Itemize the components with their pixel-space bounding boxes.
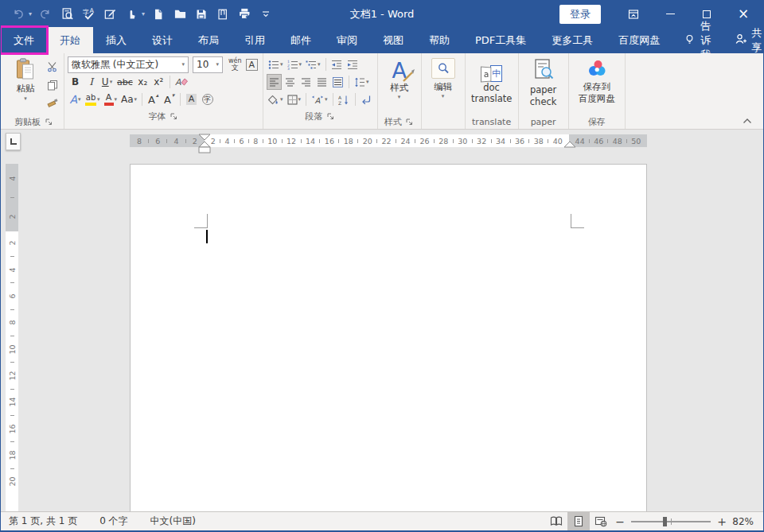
- tab-layout[interactable]: 布局: [185, 27, 232, 53]
- italic-button[interactable]: I: [84, 74, 99, 90]
- numbering-icon[interactable]: 123▾: [286, 56, 304, 72]
- page-info[interactable]: 第 1 页, 共 1 页: [9, 515, 77, 528]
- bullets-icon[interactable]: ▾: [267, 56, 285, 72]
- touch-mode-icon[interactable]: [123, 6, 139, 23]
- align-left-icon[interactable]: [267, 74, 282, 90]
- share-button[interactable]: 共享: [722, 27, 764, 53]
- tab-tell-me[interactable]: 告诉我: [672, 27, 722, 53]
- collapse-ribbon-icon[interactable]: [741, 116, 754, 126]
- increase-indent-icon[interactable]: [345, 56, 361, 72]
- login-button[interactable]: 登录: [559, 5, 601, 24]
- bold-button[interactable]: B: [68, 74, 83, 90]
- customize-toolbar-icon[interactable]: [258, 6, 274, 23]
- quick-print-icon[interactable]: [236, 6, 252, 23]
- align-center-icon[interactable]: [283, 74, 298, 90]
- right-indent-marker[interactable]: [563, 141, 578, 149]
- close-button[interactable]: ×: [731, 4, 755, 25]
- zoom-slider[interactable]: [631, 521, 711, 522]
- print-preview-icon[interactable]: [59, 6, 75, 23]
- format-painter-icon[interactable]: [45, 96, 60, 112]
- phonetic-guide-icon[interactable]: wén文: [227, 56, 244, 72]
- font-color-icon[interactable]: A▾: [103, 91, 119, 107]
- text-effects-icon[interactable]: A▾: [68, 91, 83, 107]
- clear-formatting-icon[interactable]: A: [173, 74, 189, 90]
- tab-baidu-pan[interactable]: 百度网盘: [606, 27, 672, 53]
- tab-home[interactable]: 开始: [47, 27, 93, 53]
- undo-icon[interactable]: [10, 6, 26, 23]
- tab-view[interactable]: 视图: [370, 27, 416, 53]
- superscript-button[interactable]: x²: [151, 74, 166, 90]
- underline-button[interactable]: U▾: [99, 74, 115, 90]
- paste-button[interactable]: 粘贴 ▾: [7, 56, 44, 115]
- borders-icon[interactable]: ▾: [286, 91, 303, 107]
- language-indicator[interactable]: 中文(中国): [150, 515, 196, 528]
- copy-icon[interactable]: [45, 77, 60, 93]
- zoom-in-button[interactable]: +: [714, 515, 730, 528]
- tab-insert[interactable]: 插入: [93, 27, 139, 53]
- save-icon[interactable]: [193, 6, 209, 23]
- vertical-ruler[interactable]: 42 2468101214161820: [6, 164, 18, 511]
- distribute-icon[interactable]: [330, 74, 345, 90]
- tab-pdf-tools[interactable]: PDF工具集: [462, 27, 539, 53]
- spelling-check-icon[interactable]: 字A: [80, 6, 96, 23]
- touch-mode-caret-icon[interactable]: ▾: [142, 10, 145, 17]
- font-size-combo[interactable]: 10▾: [193, 56, 223, 73]
- print-layout-icon[interactable]: [567, 512, 590, 530]
- zoom-slider-thumb[interactable]: [663, 517, 667, 526]
- tab-review[interactable]: 审阅: [324, 27, 370, 53]
- tab-more-tools[interactable]: 更多工具: [539, 27, 606, 53]
- paragraph-dialog-launcher-icon[interactable]: [325, 112, 335, 122]
- align-right-icon[interactable]: [298, 74, 314, 90]
- shrink-font-icon[interactable]: A▾: [162, 91, 177, 107]
- line-spacing-icon[interactable]: ▾: [353, 74, 371, 90]
- doc-translate-button[interactable]: a中 doc translate: [469, 56, 515, 115]
- tab-references[interactable]: 引用: [232, 27, 278, 53]
- tab-mailings[interactable]: 邮件: [278, 27, 324, 53]
- justify-icon[interactable]: [314, 74, 329, 90]
- font-name-combo[interactable]: 微软雅黑 (中文正文)▾: [68, 56, 189, 73]
- web-layout-icon[interactable]: [590, 512, 612, 530]
- font-dialog-launcher-icon[interactable]: [170, 112, 179, 122]
- strikethrough-button[interactable]: abc: [115, 74, 134, 90]
- redo-icon[interactable]: [37, 6, 53, 23]
- tab-help[interactable]: 帮助: [416, 27, 462, 53]
- styles-dialog-launcher-icon[interactable]: [405, 118, 415, 127]
- cut-icon[interactable]: [45, 59, 60, 75]
- sort-icon[interactable]: AZ: [337, 91, 352, 107]
- minimize-button[interactable]: [658, 4, 682, 25]
- character-border-icon[interactable]: A: [244, 56, 260, 72]
- svg-text:A: A: [338, 95, 342, 100]
- paper-check-button[interactable]: paper check: [522, 56, 565, 115]
- show-hide-marks-icon[interactable]: [359, 91, 374, 107]
- styles-button[interactable]: A 样式 ▾: [381, 56, 418, 115]
- baidu-save-button[interactable]: 保存到 百度网盘: [572, 56, 622, 115]
- tab-stop-selector[interactable]: [6, 133, 21, 150]
- clipboard-dialog-launcher-icon[interactable]: [44, 118, 53, 127]
- word-count[interactable]: 0 个字: [99, 515, 127, 528]
- grow-font-icon[interactable]: A▴: [146, 91, 161, 107]
- edit-icon[interactable]: [102, 6, 118, 23]
- statusbar-right: − + 82%: [545, 512, 763, 530]
- enclose-characters-icon[interactable]: 字: [200, 91, 215, 107]
- email-icon[interactable]: [215, 6, 231, 23]
- editing-button[interactable]: 编辑 ▾: [425, 56, 462, 115]
- subscript-button[interactable]: x₂: [135, 74, 150, 90]
- undo-caret-icon[interactable]: ▾: [29, 10, 32, 17]
- zoom-level[interactable]: 82%: [730, 516, 763, 527]
- ribbon-display-options-icon[interactable]: [622, 4, 645, 25]
- tab-file[interactable]: 文件: [1, 27, 47, 53]
- asian-layout-icon[interactable]: A▾: [310, 91, 329, 107]
- shading-icon[interactable]: ▾: [267, 91, 285, 107]
- open-folder-icon[interactable]: [172, 6, 188, 23]
- zoom-out-button[interactable]: −: [612, 515, 628, 528]
- document-page[interactable]: [130, 164, 647, 511]
- new-document-icon[interactable]: [150, 6, 166, 23]
- change-case-button[interactable]: Aa▾: [119, 91, 138, 107]
- character-shading-icon[interactable]: A: [184, 91, 199, 107]
- multilevel-list-icon[interactable]: ▾: [304, 56, 322, 72]
- decrease-indent-icon[interactable]: [329, 56, 345, 72]
- tab-design[interactable]: 设计: [139, 27, 185, 53]
- left-indent-markers[interactable]: [198, 134, 212, 154]
- read-mode-icon[interactable]: [545, 512, 567, 530]
- highlight-color-icon[interactable]: ab▾: [84, 91, 102, 107]
